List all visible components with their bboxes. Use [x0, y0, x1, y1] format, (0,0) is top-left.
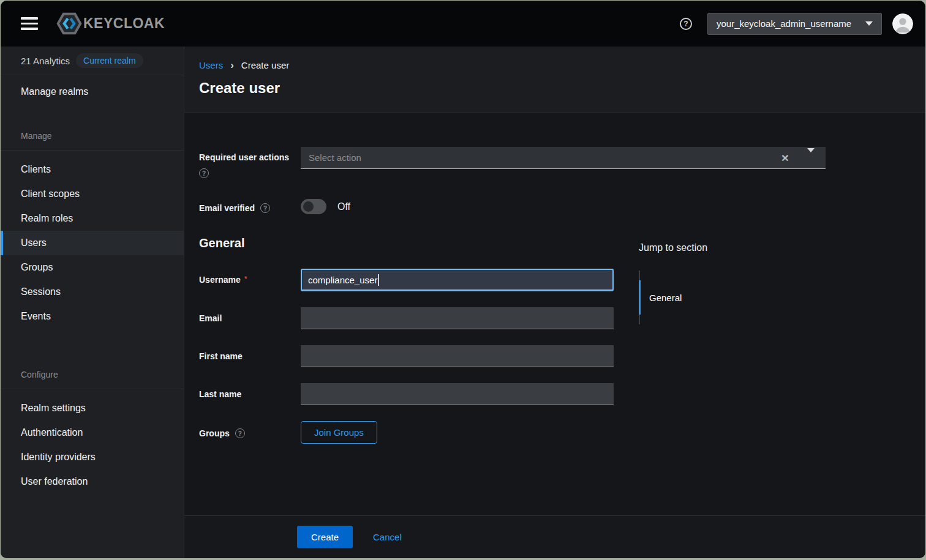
required-user-actions-label: Required user actions [199, 152, 301, 162]
sidebar-item-user-federation[interactable]: User federation [1, 469, 184, 494]
last-name-input[interactable] [301, 383, 614, 405]
help-icon[interactable]: ? [235, 428, 245, 438]
hamburger-icon [21, 23, 38, 25]
sidebar-item-realm-settings[interactable]: Realm settings [1, 396, 184, 420]
select-placeholder: Select action [309, 152, 778, 163]
hamburger-icon [21, 28, 38, 30]
sidebar-item-events[interactable]: Events [1, 304, 184, 329]
user-menu-dropdown[interactable]: your_keycloak_admin_username [707, 13, 882, 35]
breadcrumb: Users › Create user [199, 60, 911, 70]
required-marker: * [244, 274, 247, 283]
help-icon: ? [680, 18, 692, 30]
brand-text: KEYCLOAK [83, 15, 165, 32]
select-toggle-button[interactable] [792, 150, 817, 166]
text-cursor [378, 274, 379, 286]
keycloak-brand[interactable]: KEYCLOAK [56, 12, 165, 35]
toggle-knob-icon [303, 201, 314, 212]
email-label-group: Email [199, 307, 301, 329]
first-name-input[interactable] [301, 345, 614, 367]
sidebar-item-users[interactable]: Users [1, 231, 184, 255]
create-button[interactable]: Create [297, 526, 353, 548]
required-user-actions-label-group: Required user actions ? [199, 147, 301, 178]
required-actions-select[interactable]: Select action × [301, 147, 826, 169]
keycloak-logo-icon [56, 12, 82, 35]
sidebar-section-manage: Manage [1, 131, 184, 150]
sidebar-item-authentication[interactable]: Authentication [1, 420, 184, 445]
join-groups-button[interactable]: Join Groups [301, 421, 377, 444]
jump-section-list: General [639, 271, 707, 324]
page-head: Users › Create user Create user [184, 47, 925, 113]
breadcrumb-users-link[interactable]: Users [199, 60, 223, 70]
sidebar-section-configure: Configure [1, 370, 184, 389]
page-title: Create user [199, 80, 911, 97]
help-icon[interactable]: ? [260, 203, 270, 213]
last-name-label: Last name [199, 389, 241, 399]
groups-label-group: Groups ? [199, 421, 301, 444]
realm-row: 21 Analytics Current realm [1, 47, 184, 75]
create-user-form: Required user actions ? Select action × [184, 113, 925, 515]
chevron-down-icon [807, 148, 815, 163]
sidebar-manage-nav: Clients Client scopes Realm roles Users … [1, 151, 184, 329]
email-verified-toggle[interactable] [301, 199, 326, 214]
sidebar-item-realm-roles[interactable]: Realm roles [1, 206, 184, 231]
email-input[interactable] [301, 307, 614, 329]
sidebar-item-client-scopes[interactable]: Client scopes [1, 182, 184, 206]
username-value: compliance_user [308, 275, 377, 285]
header-right-group: ? your_keycloak_admin_username [680, 13, 913, 35]
sidebar-item-clients[interactable]: Clients [1, 157, 184, 182]
jump-to-section-nav: Jump to section General [639, 242, 707, 324]
last-name-label-group: Last name [199, 383, 301, 405]
chevron-down-icon [865, 21, 873, 26]
sidebar-item-groups[interactable]: Groups [1, 255, 184, 280]
groups-label: Groups [199, 428, 230, 438]
email-label: Email [199, 313, 222, 323]
sidebar-configure-nav: Realm settings Authentication Identity p… [1, 389, 184, 494]
sidebar-item-sessions[interactable]: Sessions [1, 280, 184, 304]
help-icon[interactable]: ? [199, 168, 209, 178]
sidebar-item-identity-providers[interactable]: Identity providers [1, 445, 184, 469]
form-action-bar: Create Cancel [184, 515, 925, 558]
user-menu-username: your_keycloak_admin_username [717, 18, 859, 29]
first-name-label: First name [199, 351, 243, 361]
main-content: Users › Create user Create user Required… [184, 47, 925, 558]
chevron-right-icon: › [230, 60, 234, 70]
top-header: KEYCLOAK ? your_keycloak_admin_username [1, 1, 925, 47]
jump-to-section-title: Jump to section [639, 242, 707, 253]
jump-item-general[interactable]: General [639, 280, 682, 315]
hamburger-menu-button[interactable] [21, 17, 38, 30]
hamburger-icon [21, 17, 38, 20]
avatar[interactable] [892, 13, 913, 34]
email-verified-label-group: Email verified ? [199, 196, 301, 214]
breadcrumb-current: Create user [241, 60, 289, 70]
username-label-group: Username* [199, 269, 301, 291]
keycloak-admin-window: KEYCLOAK ? your_keycloak_admin_username [1, 1, 925, 558]
sidebar-item-manage-realms[interactable]: Manage realms [1, 75, 184, 108]
email-verified-label: Email verified [199, 203, 255, 213]
clear-selection-button[interactable]: × [778, 151, 792, 164]
cancel-button[interactable]: Cancel [373, 532, 402, 542]
username-input[interactable]: compliance_user [301, 269, 614, 291]
first-name-label-group: First name [199, 345, 301, 367]
email-verified-control: Off [301, 196, 350, 214]
current-realm-badge: Current realm [76, 53, 143, 68]
email-verified-state: Off [337, 201, 350, 212]
general-section-heading: General [199, 236, 911, 250]
sidebar: 21 Analytics Current realm Manage realms… [1, 47, 184, 558]
realm-name: 21 Analytics [21, 56, 70, 66]
username-label: Username [199, 275, 241, 285]
help-button[interactable]: ? [680, 18, 692, 30]
